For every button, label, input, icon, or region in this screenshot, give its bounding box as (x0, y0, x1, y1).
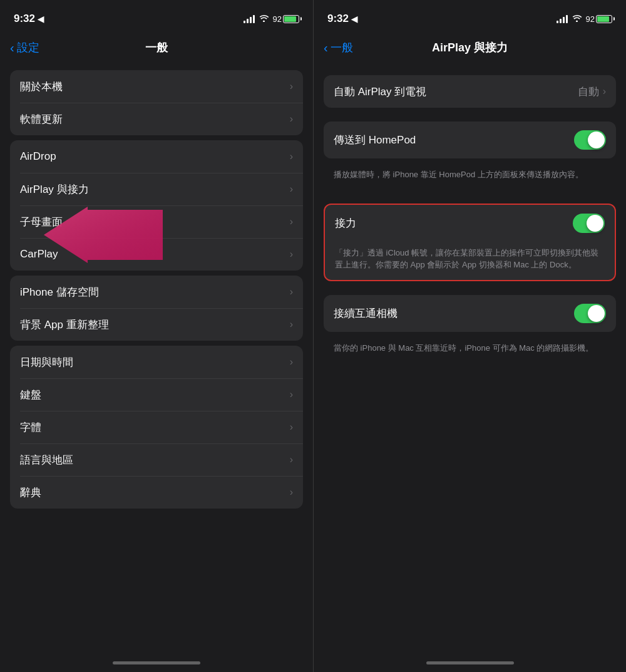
nav-bar-right: ‹ 一般 AirPlay 與接力 (314, 31, 626, 64)
chevron-carplay: › (290, 249, 293, 260)
row-airplay-tv[interactable]: 自動 AirPlay 到電視 自動 › (324, 75, 616, 108)
handoff-section: 接力 「接力」透過 iCloud 帳號，讓你在某部裝置上的操作可立即切換到其他裝… (324, 204, 616, 281)
status-bar-left: 9:32 ◀ 92 (0, 0, 313, 31)
location-icon-left: ◀ (38, 14, 44, 24)
row-pip[interactable]: 子母畫面 › (10, 205, 303, 238)
nav-bar-left: ‹ 設定 一般 (0, 31, 313, 64)
row-dictionary[interactable]: 辭典 › (10, 476, 303, 509)
row-fonts[interactable]: 字體 › (10, 411, 303, 443)
chevron-pip: › (290, 216, 293, 227)
row-keyboard[interactable]: 鍵盤 › (10, 378, 303, 411)
back-chevron-left: ‹ (10, 41, 14, 55)
nav-title-left: 一般 (145, 40, 168, 55)
chevron-bg-refresh: › (290, 319, 293, 330)
chevron-dictionary: › (290, 487, 293, 498)
settings-group-1: 關於本機 › 軟體更新 › (10, 70, 303, 135)
chevron-about: › (290, 81, 293, 92)
toggle-continuity-camera[interactable] (574, 304, 606, 323)
nav-title-right: AirPlay 與接力 (432, 40, 508, 55)
status-bar-right: 9:32 ◀ 92 (314, 0, 626, 31)
homepod-desc: 播放媒體時，將 iPhone 靠近 HomePod 上方的面板來傳送播放內容。 (324, 163, 616, 190)
row-handoff[interactable]: 接力 (325, 205, 615, 242)
continuity-section: 接續互通相機 當你的 iPhone 與 Mac 互相靠近時，iPhone 可作為… (324, 295, 616, 363)
scroll-content-left[interactable]: 關於本機 › 軟體更新 › AirDrop › AirPlay 與接 (0, 64, 313, 653)
row-airplay[interactable]: AirPlay 與接力 › (10, 173, 303, 205)
airplay-tv-group: 自動 AirPlay 到電視 自動 › (324, 75, 616, 108)
chevron-airplay: › (290, 184, 293, 195)
continuity-camera-desc: 當你的 iPhone 與 Mac 互相靠近時，iPhone 可作為 Mac 的網… (324, 337, 616, 363)
status-icons-left: 92 (244, 14, 299, 24)
chevron-airdrop: › (290, 151, 293, 162)
chevron-language: › (290, 454, 293, 465)
status-time-left: 9:32 ◀ (14, 13, 44, 25)
row-software-update[interactable]: 軟體更新 › (10, 103, 303, 135)
settings-group-3: iPhone 儲存空間 › 背景 App 重新整理 › (10, 276, 303, 341)
chevron-airplay-tv: › (603, 86, 606, 97)
location-icon-right: ◀ (351, 14, 357, 24)
row-language[interactable]: 語言與地區 › (10, 443, 303, 476)
row-datetime[interactable]: 日期與時間 › (10, 346, 303, 378)
home-indicator-right (314, 653, 626, 672)
scroll-content-right[interactable]: 自動 AirPlay 到電視 自動 › 傳送到 HomePod 播放媒體時，將 … (314, 64, 626, 653)
chevron-storage: › (290, 286, 293, 297)
battery-left: 92 (273, 14, 299, 24)
signal-bars-left (244, 14, 255, 23)
wifi-icon-left (259, 14, 269, 24)
battery-right: 92 (586, 14, 612, 24)
handoff-group: 接力 「接力」透過 iCloud 帳號，讓你在某部裝置上的操作可立即切換到其他裝… (324, 204, 616, 281)
home-indicator-left (0, 653, 313, 672)
wifi-icon-right (572, 14, 582, 24)
right-phone-panel: 9:32 ◀ 92 ‹ (313, 0, 626, 672)
row-homepod[interactable]: 傳送到 HomePod (324, 121, 616, 158)
chevron-software: › (290, 113, 293, 125)
row-carplay[interactable]: CarPlay › (10, 238, 303, 271)
chevron-fonts: › (290, 421, 293, 433)
chevron-keyboard: › (290, 389, 293, 400)
back-chevron-right: ‹ (324, 41, 328, 55)
toggle-homepod[interactable] (574, 130, 606, 150)
row-storage[interactable]: iPhone 儲存空間 › (10, 276, 303, 308)
back-button-left[interactable]: ‹ 設定 (10, 40, 39, 55)
row-airdrop[interactable]: AirDrop › (10, 140, 303, 173)
homepod-section: 傳送到 HomePod 播放媒體時，將 iPhone 靠近 HomePod 上方… (324, 121, 616, 190)
chevron-datetime: › (290, 356, 293, 368)
row-continuity-camera[interactable]: 接續互通相機 (324, 295, 616, 332)
handoff-desc: 「接力」透過 iCloud 帳號，讓你在某部裝置上的操作可立即切換到其他裝置上進… (325, 242, 615, 280)
row-about[interactable]: 關於本機 › (10, 70, 303, 103)
toggle-handoff[interactable] (573, 214, 605, 233)
signal-bars-right (557, 14, 568, 23)
status-time-right: 9:32 ◀ (327, 13, 357, 25)
settings-group-4: 日期與時間 › 鍵盤 › 字體 › 語言與地區 › (10, 346, 303, 509)
row-bg-refresh[interactable]: 背景 App 重新整理 › (10, 308, 303, 341)
left-phone-panel: 9:32 ◀ 92 ‹ (0, 0, 313, 672)
settings-group-2: AirDrop › AirPlay 與接力 › 子母畫面 › CarPlay (10, 140, 303, 271)
back-button-right[interactable]: ‹ 一般 (324, 40, 353, 55)
status-icons-right: 92 (557, 14, 612, 24)
